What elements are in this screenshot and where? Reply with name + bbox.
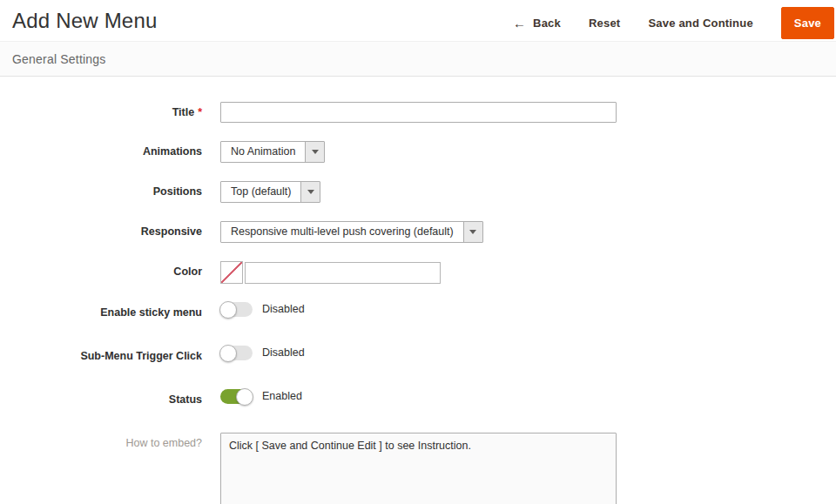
status-field-row: Status Enabled [0,389,836,410]
title-input[interactable] [220,102,617,123]
page-actions: ← Back Reset Save and Continue Save [513,7,835,39]
positions-selected-value: Top (default) [221,182,300,202]
section-title-general-settings[interactable]: General Settings [12,52,105,66]
responsive-select[interactable]: Responsive multi-level push covering (de… [220,221,483,243]
responsive-label: Responsive [0,221,220,242]
toggle-knob [219,301,237,319]
positions-field-row: Positions Top (default) [0,181,836,203]
animations-select-arrow[interactable] [305,142,324,162]
status-label: Status [0,389,220,410]
animations-label: Animations [0,141,220,162]
embed-instructions-textarea[interactable]: Click [ Save and Continue Edit ] to see … [220,433,617,504]
embed-label: How to embed? [0,433,220,454]
submenu-trigger-field-row: Sub-Menu Trigger Click Disabled [0,346,836,366]
chevron-down-icon [307,190,314,194]
chevron-down-icon [469,230,476,234]
arrow-left-icon: ← [513,16,526,30]
save-and-continue-button[interactable]: Save and Continue [648,8,752,38]
no-color-swatch-icon[interactable] [220,261,243,284]
submenu-trigger-toggle[interactable] [220,346,253,360]
animations-select[interactable]: No Animation [220,141,325,163]
sticky-menu-label: Enable sticky menu [0,302,220,323]
animations-selected-value: No Animation [221,142,305,162]
reset-button[interactable]: Reset [589,8,620,38]
toggle-knob [236,388,253,406]
required-asterisk: * [198,106,202,118]
color-field-row: Color [0,261,836,284]
sticky-menu-field-row: Enable sticky menu Disabled [0,302,836,323]
submenu-trigger-label: Sub-Menu Trigger Click [0,346,220,366]
reset-button-label: Reset [589,17,620,30]
general-settings-form: Title* Animations No Animation Positions… [0,77,836,504]
responsive-select-arrow[interactable] [463,222,482,242]
back-button-label: Back [533,17,561,30]
responsive-selected-value: Responsive multi-level push covering (de… [221,222,463,242]
save-button[interactable]: Save [781,7,834,39]
save-and-continue-label: Save and Continue [648,17,752,30]
responsive-field-row: Responsive Responsive multi-level push c… [0,221,836,243]
sticky-menu-toggle[interactable] [220,302,253,317]
status-toggle[interactable] [220,389,253,404]
status-state-text: Enabled [262,389,302,404]
section-bar: General Settings [0,41,836,77]
back-button[interactable]: ← Back [513,7,561,39]
animations-field-row: Animations No Animation [0,141,836,163]
positions-select-arrow[interactable] [300,182,320,202]
positions-label: Positions [0,181,220,202]
title-field-row: Title* [0,102,836,123]
title-label: Title* [0,102,220,123]
color-input[interactable] [245,262,441,284]
color-label: Color [0,261,220,282]
toggle-knob [219,345,237,362]
chevron-down-icon [312,150,319,154]
sticky-menu-state-text: Disabled [262,302,305,317]
page-header: Add New Menu ← Back Reset Save and Conti… [0,0,836,41]
submenu-trigger-state-text: Disabled [262,346,305,360]
positions-select[interactable]: Top (default) [220,181,320,203]
page-title: Add New Menu [12,7,158,33]
embed-field-row: How to embed? Click [ Save and Continue … [0,433,836,504]
